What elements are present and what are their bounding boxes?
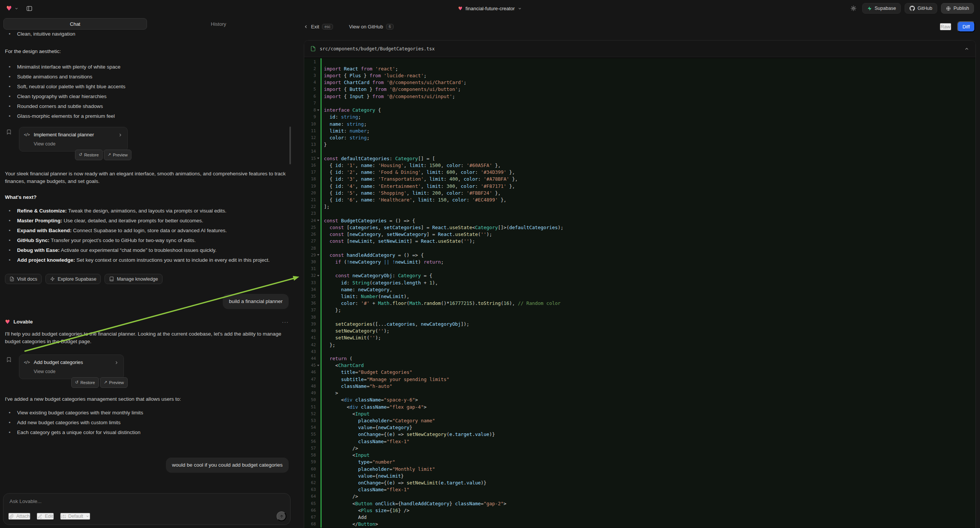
code-line: 5import { Button } from '@/components/ui… [304,86,975,93]
code-line: 64 /> [304,493,975,500]
restore-icon: ↺ [79,151,82,159]
list-item: Glass-morphic elements for a premium fee… [5,113,289,120]
user-message-bubble: build a financial planner [223,294,289,309]
message-options-button[interactable]: ··· [282,318,289,326]
bookmark-icon[interactable] [6,357,12,363]
tab-chat[interactable]: Chat [3,18,147,30]
view-on-github-button[interactable]: View on GitHub 6 [349,24,394,30]
chevron-left-icon [304,24,309,29]
code-line: 65 <Button onClick={handleAddCategory} c… [304,500,975,507]
sliders-icon [61,514,66,519]
edit-card-title: Implement financial planner [34,131,115,138]
code-line: 36 color: '#' + Math.floor(Math.random()… [304,300,975,307]
edit-mode-button[interactable]: Edit [37,513,54,520]
code-icon: </> [24,359,31,366]
settings-gear-button[interactable] [848,3,858,13]
chevron-up-icon [964,46,969,51]
code-line: 62 onChange={(e) => setNewLimit(e.target… [304,479,975,486]
preview-button[interactable]: ↗Preview [100,377,128,388]
code-line: 10 name: string; [304,121,975,127]
prompt-input[interactable]: Ask Lovable... [10,498,284,504]
chat-tabs: Chat History [3,18,290,30]
send-button[interactable] [277,511,286,521]
list-item: GitHub Sync: Transfer your project’s cod… [5,237,289,244]
restore-button[interactable]: ↺Restore [71,377,99,388]
list-item: Rounded corners and subtle shadows [5,103,289,110]
code-line: 28 [304,245,975,251]
whats-next-list: Refine & Customize: Tweak the design, an… [5,207,289,264]
code-line: 55 onChange={(e) => setNewCategory(e.tar… [304,431,975,438]
code-line: 27 const [newLimit, setNewLimit] = React… [304,238,975,245]
list-item: Clean typography with clear hierarchies [5,93,289,100]
code-line: 21 { id: '6', name: 'Healthcare', limit:… [304,196,975,203]
design-aesthetic-intro: For the design aesthetic: [5,48,289,55]
code-line: 19 { id: '4', name: 'Entertainment', lim… [304,183,975,189]
document-icon [10,277,14,281]
bookmark-icon[interactable] [6,129,12,135]
list-item: Refine & Customize: Tweak the design, an… [5,207,289,215]
clipped-bullet-list: Clean, intuitive navigation [5,30,289,38]
code-line: 53 placeholder="Category name" [304,417,975,424]
github-octocat-icon [910,6,915,11]
code-icon: </> [24,131,31,138]
external-link-icon: ↗ [108,151,111,159]
list-item: Minimalist interface with plenty of whit… [5,63,289,71]
diff-file-card: src/components/budget/BudgetCategories.t… [304,40,976,528]
explore-supabase-button[interactable]: Explore Supabase [45,274,101,284]
code-line: 68 </Button> [304,521,975,528]
edit-card[interactable]: </> Implement financial planner View cod… [19,127,128,151]
code-line: 46 title="Budget Categories" [304,369,975,376]
code-line: 43 [304,348,975,355]
collapse-file-button[interactable] [964,46,969,51]
workspace-menu-chevron-down-icon[interactable] [14,6,19,11]
view-code-label[interactable]: View code [34,140,123,148]
list-item: Master Prompting: Use clear, detailed, a… [5,217,289,224]
whats-next-heading: What's next? [5,194,289,201]
attach-button[interactable]: Attach [8,513,30,520]
design-aesthetic-list: Minimalist interface with plenty of whit… [5,63,289,120]
view-code-label[interactable]: View code [34,368,119,375]
exit-label: Exit [311,24,319,30]
tool-call-implement-financial-planner: </> Implement financial planner View cod… [19,127,128,160]
diff-toggle-button[interactable]: Diff [957,21,975,32]
project-name: financial-future-creator [466,6,515,11]
code-line: 37 }; [304,307,975,313]
github-button[interactable]: GitHub [905,3,937,14]
code-editor[interactable]: 12import React from 'react';3import { Pl… [304,57,975,528]
project-heart-icon: ♥ [458,6,463,11]
exit-button[interactable]: Exit esc [304,24,333,30]
esc-shortcut-badge: esc [322,24,333,30]
model-selector-button[interactable]: Default [60,513,90,520]
tab-history[interactable]: History [147,18,291,30]
publish-button[interactable]: Publish [941,3,974,14]
assistant-message-text: I'll help you add budget categories to t… [5,330,289,345]
manage-knowledge-button[interactable]: Manage knowledge [105,274,162,284]
chat-scrollbar-thumb[interactable] [290,127,291,164]
lovable-heart-avatar: ♥ [5,318,10,326]
code-line: 12 color: string; [304,134,975,141]
supabase-button[interactable]: Supabase [862,3,901,14]
list-item: Soft, neutral color palette with light b… [5,83,289,91]
code-line: 50 <div className="space-y-6"> [304,396,975,403]
preview-button[interactable]: ↗Preview [104,149,132,160]
lovable-logo-heart-icon[interactable]: ♥ [6,5,12,12]
user-message-bubble: would be cool if you could add budget ca… [166,458,289,473]
restore-button[interactable]: ↺Restore [75,149,103,160]
code-line: 13} [304,141,975,148]
code-line: 59 type="number" [304,459,975,466]
prompt-composer[interactable]: Ask Lovable... Attach Edit Default [3,493,291,525]
visit-docs-button[interactable]: Visit docs [5,274,42,284]
code-line: 41 setNewLimit(''); [304,334,975,341]
project-switcher[interactable]: ♥ financial-future-creator [458,0,522,17]
code-line: 17 { id: '2', name: 'Food & Dining', lim… [304,169,975,176]
supabase-bolt-icon [50,277,55,281]
code-line: 3import { Plus } from 'lucide-react'; [304,72,975,79]
github-shortcut-badge: 6 [386,24,394,30]
toggle-sidebar-button[interactable] [24,3,34,13]
code-line: 9 id: string; [304,114,975,121]
raw-toggle-button[interactable]: Raw [940,23,951,30]
code-line: 60 placeholder="Monthly limit" [304,466,975,472]
chat-scroll-area[interactable]: Clean, intuitive navigation For the desi… [0,30,294,489]
chat-panel: Chat History Clean, intuitive navigation… [0,17,294,528]
edit-card[interactable]: </> Add budget categories View code [19,355,124,379]
